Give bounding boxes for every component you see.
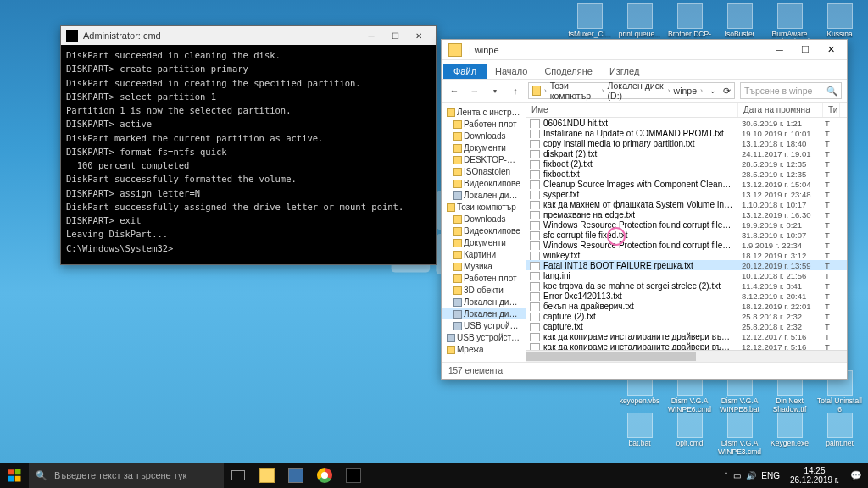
- nav-item[interactable]: USB устройство (N: [442, 319, 526, 331]
- tab-share[interactable]: Споделяне: [536, 64, 601, 79]
- nav-recent-icon[interactable]: ▾: [487, 87, 503, 95]
- dropdown-icon[interactable]: ⌄: [709, 86, 716, 95]
- taskbar-search[interactable]: 🔍 Въведете текст за търсене тук: [29, 463, 224, 488]
- cmd-window: Administrator: cmd ─ ☐ ✕ DiskPart succee…: [60, 25, 437, 265]
- nav-item[interactable]: Downloads: [442, 130, 526, 141]
- taskbar-clock[interactable]: 14:25 26.12.2019 г.: [785, 466, 844, 485]
- tab-home[interactable]: Начало: [487, 64, 536, 79]
- cmd-output[interactable]: DiskPart succeeded in cleaning the disk.…: [61, 45, 436, 264]
- maximize-button[interactable]: ☐: [793, 42, 818, 58]
- taskbar-app-chrome[interactable]: [310, 463, 339, 488]
- explorer-titlebar[interactable]: | winpe ─ ☐ ✕: [442, 40, 847, 60]
- nav-pane[interactable]: Лента с инструменРаботен плотDownloadsДо…: [442, 103, 526, 362]
- table-row[interactable]: winkey.txt18.12.2019 г. 3:12Т: [526, 250, 847, 260]
- nav-item[interactable]: Локален диск (D:): [442, 308, 526, 319]
- tab-view[interactable]: Изглед: [601, 64, 648, 79]
- tray-volume-icon[interactable]: 🔊: [746, 471, 756, 480]
- desktop-icon[interactable]: opit.cmd: [666, 413, 713, 456]
- nav-item[interactable]: Този компютър: [442, 201, 526, 213]
- nav-item[interactable]: Документи: [442, 236, 526, 248]
- table-row[interactable]: Error 0xc1420113.txt8.12.2019 г. 20:41Т: [526, 291, 847, 301]
- taskbar-app-cmd[interactable]: [339, 463, 368, 488]
- svg-rect-4: [8, 469, 14, 474]
- nav-item[interactable]: Картини: [442, 248, 526, 260]
- nav-forward-icon[interactable]: →: [467, 86, 482, 96]
- table-row[interactable]: koe trqbva da se mahne ot sergei strelec…: [526, 280, 847, 291]
- task-view-button[interactable]: [224, 463, 253, 488]
- desktop-icon[interactable]: Dism V.G.A WINPE3.cmd: [716, 413, 763, 456]
- table-row[interactable]: Windows Resource Protection found corrup…: [526, 219, 847, 230]
- table-row[interactable]: как да махнем от флашката System Volume …: [526, 199, 847, 209]
- column-headers[interactable]: Име Дата на промяна Ти: [526, 103, 847, 118]
- table-row[interactable]: diskpart (2).txt24.11.2017 г. 19:01Т: [526, 148, 847, 158]
- nav-item[interactable]: Работен плот: [442, 272, 526, 284]
- close-button[interactable]: ✕: [818, 42, 843, 58]
- app-icon: [777, 413, 803, 438]
- taskbar-app-thispc[interactable]: [281, 463, 310, 488]
- close-button[interactable]: ✕: [407, 28, 431, 43]
- nav-item[interactable]: USB устройство (N:): [442, 331, 526, 343]
- nav-item[interactable]: Документи: [442, 141, 526, 153]
- tray-chevron-icon[interactable]: ˄: [724, 471, 728, 480]
- horizontal-scrollbar[interactable]: [526, 350, 847, 362]
- nav-item[interactable]: Локален диск (C:): [442, 296, 526, 308]
- desktop-icon[interactable]: bat.bat: [616, 413, 663, 456]
- address-toolbar: ← → ▾ ↑ › Този компютър› Локален диск (D…: [442, 79, 847, 103]
- desktop-icon[interactable]: Keygen.exe: [766, 413, 813, 456]
- table-row[interactable]: Fatal INT18 BOOT FAILURE грешка.txt20.12…: [526, 260, 847, 270]
- breadcrumb[interactable]: › Този компютър› Локален диск (D:)› winp…: [528, 82, 735, 99]
- table-row[interactable]: 06061NDU hit.txt30.6.2019 г. 1:21Т: [526, 118, 847, 128]
- table-row[interactable]: capture (2).txt25.8.2018 г. 2:32Т: [526, 311, 847, 321]
- desktop-icon[interactable]: paint.net: [816, 413, 863, 456]
- nav-item[interactable]: Мрежа: [442, 343, 526, 355]
- file-date: 30.6.2019 г. 1:21: [738, 118, 823, 128]
- minimize-button[interactable]: ─: [767, 42, 793, 58]
- col-date[interactable]: Дата на промяна: [738, 103, 823, 117]
- file-name: как да махнем от флашката System Volume …: [526, 199, 738, 209]
- taskbar-app-explorer[interactable]: [253, 463, 281, 488]
- nav-item[interactable]: Музика: [442, 260, 526, 272]
- cmd-titlebar[interactable]: Administrator: cmd ─ ☐ ✕: [61, 26, 436, 45]
- nav-back-icon[interactable]: ←: [447, 86, 462, 96]
- table-row[interactable]: как да копираме инсталираните драйвери в…: [526, 331, 847, 341]
- tray-network-icon[interactable]: ▭: [733, 471, 741, 480]
- file-name: Fatal INT18 BOOT FAILURE грешка.txt: [526, 260, 738, 270]
- nav-item[interactable]: Downloads: [442, 213, 526, 225]
- table-row[interactable]: как да копираме инсталираните драйвери в…: [526, 341, 847, 350]
- table-row[interactable]: fixboot (2).txt28.5.2019 г. 12:35Т: [526, 158, 847, 169]
- table-row[interactable]: sfc corrupt file fixed.txt31.8.2019 г. 1…: [526, 230, 847, 240]
- minimize-button[interactable]: ─: [359, 28, 383, 43]
- nav-item[interactable]: Локален диск (D:): [442, 189, 526, 201]
- nav-item[interactable]: Видеоклипове: [442, 177, 526, 189]
- action-center-icon[interactable]: 💬: [844, 463, 868, 488]
- start-button[interactable]: [0, 463, 29, 488]
- table-row[interactable]: Cleanup Source Images with Component Cle…: [526, 179, 847, 189]
- cmd-icon: [66, 30, 78, 42]
- maximize-button[interactable]: ☐: [383, 28, 407, 43]
- table-row[interactable]: Instalirane na Update ot COMMAND PROMT.t…: [526, 128, 847, 138]
- table-row[interactable]: capture.txt25.8.2018 г. 2:32Т: [526, 321, 847, 331]
- table-row[interactable]: lang.ini10.1.2018 г. 21:56Т: [526, 270, 847, 280]
- col-type[interactable]: Ти: [823, 103, 840, 117]
- file-name: бекъп на драйверич.txt: [526, 301, 738, 311]
- tray-lang[interactable]: ENG: [761, 471, 780, 480]
- table-row[interactable]: fixboot.txt28.5.2019 г. 12:35Т: [526, 169, 847, 179]
- app-icon: [627, 3, 653, 29]
- col-name[interactable]: Име: [526, 103, 738, 117]
- table-row[interactable]: sysper.txt13.12.2019 г. 23:48Т: [526, 189, 847, 199]
- table-row[interactable]: премахване на edge.txt13.12.2019 г. 16:3…: [526, 209, 847, 219]
- nav-up-icon[interactable]: ↑: [508, 86, 523, 96]
- nav-item[interactable]: ISOnastolen: [442, 165, 526, 177]
- nav-item[interactable]: Работен плот: [442, 118, 526, 130]
- search-input[interactable]: Търсене в winpe 🔍: [740, 82, 842, 99]
- nav-item[interactable]: Лента с инструмен: [442, 106, 526, 118]
- system-tray[interactable]: ˄ ▭ 🔊 ENG: [719, 471, 785, 480]
- table-row[interactable]: бекъп на драйверич.txt18.12.2019 г. 22:0…: [526, 301, 847, 311]
- table-row[interactable]: copy install media to primary partition.…: [526, 138, 847, 148]
- nav-item[interactable]: 3D обекти: [442, 284, 526, 296]
- table-row[interactable]: Windows Resource Protection found corrup…: [526, 240, 847, 250]
- refresh-icon[interactable]: ⟳: [723, 86, 731, 96]
- tab-file[interactable]: Файл: [443, 64, 487, 79]
- nav-item[interactable]: Видеоклипове: [442, 225, 526, 236]
- nav-item[interactable]: DESKTOP-DF4MAGI: [442, 153, 526, 165]
